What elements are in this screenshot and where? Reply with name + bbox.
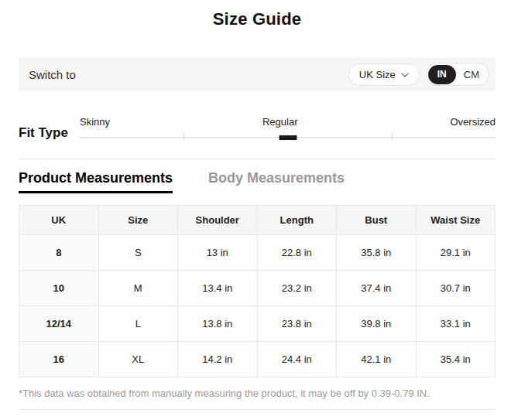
section-divider (19, 159, 496, 159)
table-row: 12/14 L 13.8 in 23.8 in 39.8 in 33.1 in (19, 306, 496, 341)
table-cell: 35.8 in (337, 234, 417, 270)
chevron-down-icon (401, 73, 409, 77)
size-guide-panel: Size Guide Switch to UK Size IN CM Fit T… (19, 0, 496, 410)
table-cell: 10 (19, 270, 99, 306)
table-row: 8 S 13 in 22.8 in 35.8 in 29.1 in (19, 234, 496, 270)
table-header-cell: UK (19, 205, 99, 234)
fit-type-tick (183, 135, 184, 140)
table-cell: 13.4 in (178, 270, 258, 306)
table-header-cell: Shoulder (178, 205, 258, 234)
fit-type-tick (392, 135, 393, 140)
table-cell: XL (98, 341, 178, 377)
table-row: 10 M 13.4 in 23.2 in 37.4 in 30.7 in (19, 270, 496, 306)
table-header-cell: Waist Size (416, 205, 496, 234)
fit-type-track[interactable] (80, 135, 496, 140)
bottom-divider (19, 409, 496, 410)
table-cell: 14.2 in (178, 341, 258, 377)
fit-type-label: Fit Type (19, 126, 80, 140)
measurement-tabs: Product Measurements Body Measurements (19, 169, 496, 193)
unit-switch-bar: Switch to UK Size IN CM (19, 58, 496, 90)
table-cell: 12/14 (19, 306, 99, 341)
table-cell: M (98, 270, 178, 306)
table-cell: L (98, 306, 178, 341)
table-cell: 29.1 in (416, 234, 496, 270)
table-cell: 37.4 in (337, 270, 417, 306)
page-title: Size Guide (19, 0, 496, 29)
table-cell: 30.7 in (416, 270, 496, 306)
table-cell: S (98, 234, 178, 270)
switch-controls: UK Size IN CM (348, 63, 489, 86)
unit-toggle: IN CM (426, 63, 489, 86)
table-cell: 13 in (178, 234, 258, 270)
fit-type-options: Skinny Regular Oversized (80, 116, 496, 128)
table-cell: 33.1 in (416, 306, 496, 341)
size-table: UK Size Shoulder Length Bust Waist Size … (19, 205, 496, 377)
size-standard-value: UK Size (359, 69, 396, 80)
unit-option-cm[interactable]: CM (456, 69, 487, 80)
table-cell: 13.8 in (178, 306, 258, 341)
table-cell: 16 (19, 341, 99, 377)
table-header-cell: Bust (337, 205, 417, 234)
size-standard-dropdown[interactable]: UK Size (348, 63, 420, 86)
fit-type-row: Fit Type Skinny Regular Oversized (19, 116, 496, 140)
unit-option-in[interactable]: IN (428, 65, 456, 84)
table-header-row: UK Size Shoulder Length Bust Waist Size (19, 205, 496, 234)
measurement-disclaimer: *This data was obtained from manually me… (19, 388, 496, 399)
table-cell: 23.2 in (257, 270, 337, 306)
table-cell: 8 (19, 234, 99, 270)
table-header-cell: Length (257, 205, 337, 234)
table-cell: 42.1 in (337, 341, 417, 377)
table-cell: 39.8 in (337, 306, 417, 341)
table-row: 16 XL 14.2 in 24.4 in 42.1 in 35.4 in (19, 341, 496, 377)
table-cell: 24.4 in (257, 341, 337, 377)
fit-option-skinny[interactable]: Skinny (80, 116, 110, 128)
tab-body-measurements[interactable]: Body Measurements (208, 169, 345, 193)
fit-option-regular[interactable]: Regular (262, 116, 298, 128)
table-cell: 23.8 in (257, 306, 337, 341)
switch-to-label: Switch to (29, 68, 76, 81)
table-cell: 35.4 in (416, 341, 496, 377)
tab-product-measurements[interactable]: Product Measurements (19, 169, 173, 193)
fit-type-slider-handle[interactable] (279, 135, 297, 140)
fit-type-slider[interactable]: Skinny Regular Oversized (80, 116, 496, 140)
table-cell: 22.8 in (257, 234, 337, 270)
fit-option-oversized[interactable]: Oversized (450, 116, 496, 128)
table-header-cell: Size (98, 205, 178, 234)
